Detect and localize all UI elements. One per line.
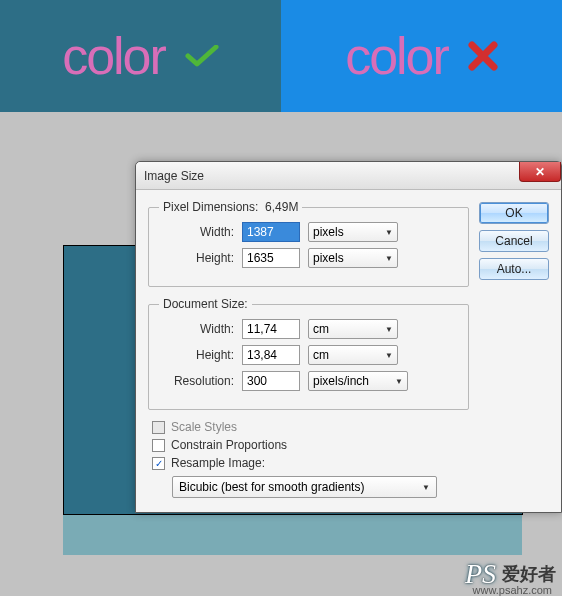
resample-method-combo[interactable]: Bicubic (best for smooth gradients) ▼ xyxy=(172,476,437,498)
top-banner: color color xyxy=(0,0,562,112)
auto-button[interactable]: Auto... xyxy=(479,258,549,280)
px-height-unit: pixels xyxy=(313,251,344,265)
doc-width-input[interactable] xyxy=(242,319,300,339)
resolution-row: Resolution: pixels/inch▼ xyxy=(159,371,458,391)
ok-button[interactable]: OK xyxy=(479,202,549,224)
doc-width-unit-combo[interactable]: cm▼ xyxy=(308,319,398,339)
px-width-row: Width: pixels▼ xyxy=(159,222,458,242)
resample-row[interactable]: ✓ Resample Image: xyxy=(152,456,469,470)
close-icon: ✕ xyxy=(535,165,545,179)
px-height-unit-combo[interactable]: pixels▼ xyxy=(308,248,398,268)
px-height-label: Height: xyxy=(159,251,234,265)
pixel-dim-size: 6,49M xyxy=(265,200,298,214)
chevron-down-icon: ▼ xyxy=(385,325,393,334)
chevron-down-icon: ▼ xyxy=(385,254,393,263)
chevron-down-icon: ▼ xyxy=(385,228,393,237)
scale-styles-checkbox xyxy=(152,421,165,434)
pixel-dim-label: Pixel Dimensions: xyxy=(163,200,258,214)
constrain-checkbox[interactable] xyxy=(152,439,165,452)
resample-label: Resample Image: xyxy=(171,456,265,470)
color-word-right: color xyxy=(345,26,448,86)
banner-right: color xyxy=(281,0,562,112)
banner-left: color xyxy=(0,0,281,112)
doc-width-row: Width: cm▼ xyxy=(159,319,458,339)
watermark-cn: 爱好者 xyxy=(502,562,556,586)
constrain-row[interactable]: Constrain Proportions xyxy=(152,438,469,452)
doc-height-label: Height: xyxy=(159,348,234,362)
doc-height-input[interactable] xyxy=(242,345,300,365)
resample-method-value: Bicubic (best for smooth gradients) xyxy=(179,480,364,494)
pixel-dimensions-legend: Pixel Dimensions: 6,49M xyxy=(159,200,302,214)
scale-styles-row: Scale Styles xyxy=(152,420,469,434)
px-height-row: Height: pixels▼ xyxy=(159,248,458,268)
dialog-titlebar[interactable]: Image Size ✕ xyxy=(136,162,561,190)
image-size-dialog: Image Size ✕ Pixel Dimensions: 6,49M Wid… xyxy=(135,161,562,513)
doc-width-unit: cm xyxy=(313,322,329,336)
doc-height-row: Height: cm▼ xyxy=(159,345,458,365)
document-size-legend: Document Size: xyxy=(159,297,252,311)
resolution-input[interactable] xyxy=(242,371,300,391)
cross-icon xyxy=(468,41,498,71)
px-width-unit-combo[interactable]: pixels▼ xyxy=(308,222,398,242)
constrain-label: Constrain Proportions xyxy=(171,438,287,452)
chevron-down-icon: ▼ xyxy=(422,483,430,492)
cancel-button[interactable]: Cancel xyxy=(479,230,549,252)
px-width-label: Width: xyxy=(159,225,234,239)
px-width-unit: pixels xyxy=(313,225,344,239)
resolution-unit-combo[interactable]: pixels/inch▼ xyxy=(308,371,408,391)
chevron-down-icon: ▼ xyxy=(395,377,403,386)
scale-styles-label: Scale Styles xyxy=(171,420,237,434)
resolution-label: Resolution: xyxy=(159,374,234,388)
doc-height-unit-combo[interactable]: cm▼ xyxy=(308,345,398,365)
dialog-title: Image Size xyxy=(144,169,204,183)
dialog-button-column: OK Cancel Auto... xyxy=(479,200,549,498)
check-icon xyxy=(185,45,219,67)
watermark-url: www.psahz.com xyxy=(473,584,552,596)
resample-checkbox[interactable]: ✓ xyxy=(152,457,165,470)
document-size-group: Document Size: Width: cm▼ Height: cm▼ Re… xyxy=(148,297,469,410)
close-button[interactable]: ✕ xyxy=(519,162,561,182)
color-word-left: color xyxy=(62,26,165,86)
px-width-input[interactable] xyxy=(242,222,300,242)
resolution-unit: pixels/inch xyxy=(313,374,369,388)
pixel-dimensions-group: Pixel Dimensions: 6,49M Width: pixels▼ H… xyxy=(148,200,469,287)
canvas-strip xyxy=(63,515,522,555)
px-height-input[interactable] xyxy=(242,248,300,268)
doc-width-label: Width: xyxy=(159,322,234,336)
doc-height-unit: cm xyxy=(313,348,329,362)
chevron-down-icon: ▼ xyxy=(385,351,393,360)
dialog-left-column: Pixel Dimensions: 6,49M Width: pixels▼ H… xyxy=(148,200,469,498)
dialog-body: Pixel Dimensions: 6,49M Width: pixels▼ H… xyxy=(136,190,561,512)
